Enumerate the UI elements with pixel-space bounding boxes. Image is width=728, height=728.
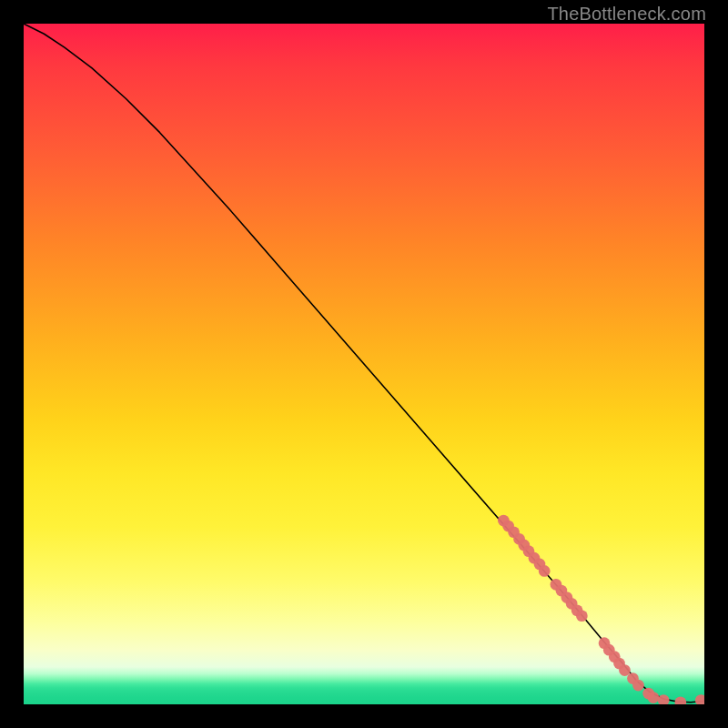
marker-group xyxy=(498,515,704,704)
marker-point xyxy=(695,694,704,704)
marker-point xyxy=(632,680,644,692)
plot-area xyxy=(24,24,704,704)
marker-point xyxy=(674,696,686,704)
marker-point xyxy=(539,565,551,577)
plot-overlay-svg xyxy=(24,24,704,704)
attribution-text: TheBottleneck.com xyxy=(547,4,706,25)
bottleneck-curve xyxy=(24,24,704,703)
marker-point xyxy=(648,692,660,703)
marker-point xyxy=(619,664,631,676)
marker-point xyxy=(576,610,588,622)
marker-point xyxy=(658,694,670,704)
chart-frame: TheBottleneck.com xyxy=(0,0,728,728)
